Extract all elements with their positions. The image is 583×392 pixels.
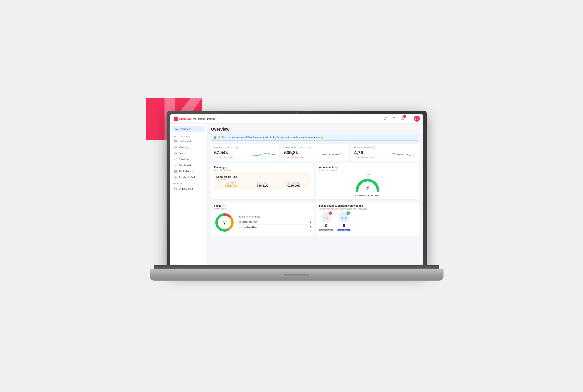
planning-info-icon[interactable]: i xyxy=(225,166,228,168)
feeds-legend: TOTAL ACTIVE FEEDS ⊘ Needs attention 1 xyxy=(239,216,311,230)
sidebar-item-label-facebook-capi: Facebook CAPI xyxy=(179,176,196,179)
svg-point-11 xyxy=(174,152,177,154)
svg-text:2: 2 xyxy=(366,186,369,191)
ad-accounts-info-icon[interactable]: i xyxy=(335,166,338,168)
gauge-total-label: TOTAL xyxy=(354,174,381,176)
stat-ad-spend-label: AD SPEND xyxy=(216,182,246,184)
home-icon xyxy=(175,128,178,130)
stat-remaining-label: REMAINING xyxy=(248,182,277,184)
second-row: Planning i Active Media plans Demo Media… xyxy=(211,163,419,200)
metric-adspend-subtitle: (2 networks) xyxy=(224,146,234,148)
gauge-chart: TOTAL 2 xyxy=(354,176,381,193)
ad-accounts-title: Ad Accounts i xyxy=(319,166,416,169)
minimize-button[interactable]: — xyxy=(408,117,411,121)
creatives-icon xyxy=(174,158,177,161)
planning-subtitle: Active Media plans xyxy=(214,169,311,172)
good-condition-count: 2 xyxy=(310,226,311,228)
svg-rect-7 xyxy=(176,140,177,141)
page-content: Overview ℹ️ 🔑 Test our new version of Be… xyxy=(207,124,423,269)
svg-rect-8 xyxy=(174,142,175,142)
planning-card: Planning i Active Media plans Demo Media… xyxy=(211,163,314,200)
sidebar-item-planning[interactable]: Planning xyxy=(171,144,206,150)
laptop-screen: Adsmurai Marketing Platform ? xyxy=(170,114,423,269)
ad-accounts-subtitle: Status connections xyxy=(319,169,416,172)
gauge-legend-successful: Successful: 2 xyxy=(355,195,369,197)
notification-badge: 12 xyxy=(403,115,406,118)
metric-roas-info[interactable]: i xyxy=(373,146,375,149)
sidebar-item-label-amp-metrics: AMP Metrics xyxy=(179,170,193,173)
topbar-icons: ? 12 — FM xyxy=(383,116,420,122)
metric-roas-chart xyxy=(391,150,416,158)
platform-check-badge: ✓ xyxy=(346,212,350,215)
needs-attention-count: 1 xyxy=(310,221,311,223)
metric-adspend-body: £7,54k ▼ 0% than last 7 days xyxy=(214,150,276,158)
sidebar-item-organization[interactable]: Organization xyxy=(171,186,206,192)
platform-alert-badge: ! xyxy=(329,212,332,215)
sidebar-item-creatives[interactable]: Creatives xyxy=(171,156,206,162)
user-avatar[interactable]: FM xyxy=(414,116,420,122)
app-layout: Adsmurai Marketing Platform ? xyxy=(170,114,423,269)
notification-button[interactable]: 12 xyxy=(399,116,405,122)
gauge-legend-error: Error: 0 xyxy=(371,195,380,197)
metric-sales-chart xyxy=(321,150,346,158)
sidebar-item-dashboards[interactable]: Dashboards xyxy=(171,138,206,144)
book-button[interactable] xyxy=(391,116,397,122)
metric-sales-body: £35,8k ▼ 40% than last 7 days xyxy=(284,150,346,158)
ad-accounts-content: TOTAL TOTAL 2 xyxy=(319,174,416,197)
info-banner-text: Test our new version of Benchmarks, now … xyxy=(222,136,324,139)
sidebar-section-amp: AMP FEATURES xyxy=(170,133,207,138)
feeds-status-title: Feeds status & platform connections i xyxy=(319,204,416,207)
media-plan-name: Demo Media Plan xyxy=(216,176,309,178)
svg-rect-6 xyxy=(174,140,175,141)
sidebar-item-label-benchmarks: Benchmarks xyxy=(179,164,193,167)
sidebar-item-facebook-capi[interactable]: Facebook CAPI xyxy=(171,174,206,180)
feeds-health-title: Feeds i xyxy=(214,204,311,207)
feed-platform-icon-inactive: ! xyxy=(321,212,331,222)
inactive-feeds-label: Inactive Feeds xyxy=(319,229,334,232)
metric-roas-header: ROAS (2 networks) i xyxy=(354,146,416,149)
feeds-health-info-icon[interactable]: i xyxy=(222,204,225,207)
feed-platform-active: ✓ 8 Active Feeds xyxy=(338,212,350,232)
metric-adspend-change: ▼ 0% than last 7 days xyxy=(214,156,233,158)
feeds-donut: TOTAL 7 xyxy=(214,212,235,234)
sidebar-item-amp-metrics[interactable]: AMP Metrics xyxy=(171,168,206,174)
svg-rect-16 xyxy=(174,188,177,190)
info-banner-emoji: 🔑 xyxy=(218,136,221,139)
feed-platform-inactive: ! 0 Inactive Feeds xyxy=(319,212,334,232)
metric-roas-body: 4,76 ▼ 40% than last 7 days xyxy=(354,150,416,158)
metric-card-sales: Sales Value (2 networks) i £35,8k xyxy=(281,144,349,161)
feeds-status-info-icon[interactable]: i xyxy=(364,204,366,207)
sidebar-item-overview[interactable]: Overview xyxy=(172,126,205,132)
stat-total-budget-value: €150,00K xyxy=(279,184,308,187)
metric-roas-title: ROAS xyxy=(354,146,361,149)
help-button[interactable]: ? xyxy=(383,116,389,122)
laptop-bezel: Adsmurai Marketing Platform ? xyxy=(167,110,427,273)
laptop-base xyxy=(154,265,439,282)
metric-sales-subtitle: (2 networks) xyxy=(297,146,307,148)
sidebar-item-benchmarks[interactable]: Benchmarks xyxy=(171,162,206,168)
metric-adspend-chart xyxy=(251,150,276,158)
feeds-health-card: Feeds i Health Check xyxy=(211,202,314,236)
good-condition-label: Good condition xyxy=(243,226,308,228)
metric-sales-info[interactable]: i xyxy=(308,146,311,149)
needs-attention-icon: ⊘ xyxy=(239,220,241,223)
sidebar-item-feeds[interactable]: Feeds xyxy=(171,150,206,156)
sidebar-item-label-overview: Overview xyxy=(179,128,190,130)
metric-adspend-info[interactable]: i xyxy=(235,146,238,149)
sidebar-item-label-creatives: Creatives xyxy=(179,158,189,161)
main-content: Overview AMP FEATURES Dashboards xyxy=(170,124,423,269)
good-condition-icon: ⚠ xyxy=(239,226,241,228)
laptop-hinge xyxy=(154,265,439,269)
ad-accounts-card: Ad Accounts i Status connections TOTAL xyxy=(316,163,419,200)
camera-dot xyxy=(296,112,298,114)
sidebar-section-manage: MANAGE xyxy=(170,180,207,186)
brand-name: Adsmurai xyxy=(179,117,192,120)
sidebar-item-label-organization: Organization xyxy=(179,187,193,190)
metric-sales-title: Sales Value xyxy=(284,146,296,149)
metric-roas-value: 4,76 xyxy=(354,150,374,156)
gauge-legend: Successful: 2 Error: 0 xyxy=(355,195,380,197)
stat-remaining-value: €46,21K xyxy=(248,184,277,187)
metric-adspend-value: £7,54k xyxy=(214,150,233,156)
feeds-status-content: ! 0 Inactive Feeds xyxy=(319,212,416,232)
feeds-donut-chart: TOTAL 7 xyxy=(214,212,235,233)
